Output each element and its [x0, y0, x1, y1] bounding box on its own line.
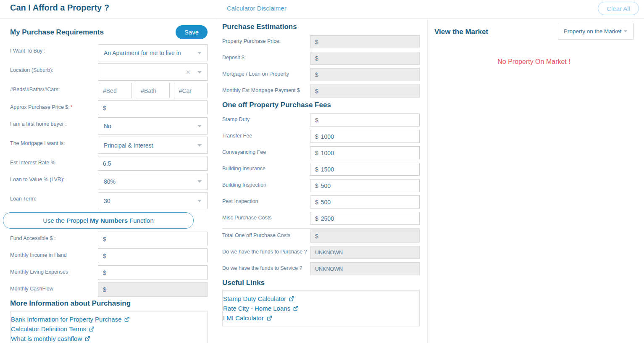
- loan-term-value: 30: [104, 198, 197, 204]
- location-label: Location (Suburb):: [10, 63, 98, 73]
- main-content: My Purchase Requirements Save I Want To …: [0, 18, 644, 343]
- chevron-down-icon: [197, 180, 202, 183]
- monthly-cashflow-input: [109, 286, 202, 293]
- fund-accessible-input[interactable]: [109, 236, 202, 243]
- market-filter-select[interactable]: Property on the Market: [558, 23, 633, 40]
- total-costs-row: Total One off Purchase Costs $: [222, 230, 420, 243]
- external-link-icon: [84, 336, 90, 342]
- pest-inspection-label: Pest Inspection: [222, 195, 310, 204]
- building-inspection-input[interactable]: [321, 182, 415, 189]
- cars-input[interactable]: [179, 87, 202, 94]
- dollar-prefix: $: [103, 286, 106, 293]
- stamp-duty-field-box: $: [310, 113, 420, 127]
- approx-price-input[interactable]: [109, 105, 202, 111]
- location-select[interactable]: ✕: [98, 63, 208, 81]
- link-label: Rate City - Home Loans: [223, 305, 290, 312]
- conveyancing-fee-input[interactable]: [321, 150, 415, 156]
- interest-rate-row: Est Interest Rate %: [10, 156, 208, 171]
- first-home-buyer-value: No: [104, 123, 197, 129]
- conveyancing-fee-field-box: $: [310, 146, 420, 159]
- building-insurance-field-box: $: [310, 163, 420, 176]
- pest-inspection-field-box: $: [310, 195, 420, 208]
- monthly-expenses-field-box: $: [98, 265, 208, 280]
- dollar-prefix: $: [315, 182, 318, 189]
- pest-inspection-input[interactable]: [321, 199, 415, 206]
- my-numbers-button-prefix: Use the Proppel: [43, 217, 90, 224]
- x-icon[interactable]: ✕: [185, 69, 191, 75]
- stamp-duty-label: Stamp Duty: [222, 113, 310, 122]
- more-info-links-box: Bank Information for Property Purchase C…: [10, 311, 208, 343]
- transfer-fee-input[interactable]: [321, 133, 415, 140]
- save-button[interactable]: Save: [176, 25, 208, 39]
- misc-costs-input[interactable]: [321, 215, 415, 222]
- loan-term-row: Loan Term: 30: [10, 192, 208, 209]
- pest-inspection-row: Pest Inspection $: [222, 195, 420, 208]
- first-home-buyer-row: I am a first home buyer : No: [10, 117, 208, 135]
- dollar-prefix: $: [315, 233, 318, 240]
- chevron-down-icon: [197, 52, 202, 54]
- no-property-message: No Property On Market !: [434, 58, 633, 66]
- want-to-buy-label: I Want To Buy :: [10, 44, 98, 54]
- property-purchase-price-input: [321, 39, 415, 45]
- calculator-disclaimer-link[interactable]: Calculator Disclaimer: [227, 5, 287, 12]
- dollar-prefix: $: [315, 71, 318, 78]
- baths-input[interactable]: [141, 87, 164, 94]
- loan-term-select[interactable]: 30: [98, 192, 208, 209]
- location-row: Location (Suburb): ✕: [10, 63, 208, 81]
- calculator-definition-terms-link[interactable]: Calculator Definition Terms: [11, 324, 207, 334]
- beds-input[interactable]: [103, 87, 126, 94]
- building-insurance-input[interactable]: [321, 166, 415, 173]
- interest-rate-input[interactable]: [103, 160, 202, 167]
- monthly-mortgage-payment-label: Monthly Est Mortgage Payment $: [222, 84, 310, 93]
- funds-to-service-label: Do we have the funds to Service ?: [222, 262, 310, 271]
- monthly-mortgage-payment-field-box: $: [310, 84, 420, 98]
- link-label: Stamp Duty Calculator: [223, 295, 286, 302]
- funds-to-purchase-field-box: [310, 246, 420, 259]
- approx-price-label: Approx Purchase Price $:: [10, 104, 70, 110]
- monthly-expenses-input[interactable]: [109, 269, 202, 276]
- my-numbers-button[interactable]: Use the Proppel My Numbers Function: [3, 212, 194, 229]
- mortgage-type-select[interactable]: Principal & Interest: [98, 137, 208, 154]
- misc-costs-row: Misc Purchase Costs $: [222, 212, 420, 225]
- dollar-prefix: $: [315, 215, 318, 222]
- approx-price-field-box: $: [98, 100, 208, 115]
- monthly-mortgage-payment-input: [321, 88, 415, 95]
- external-link-icon: [289, 296, 294, 302]
- monthly-mortgage-payment-row: Monthly Est Mortgage Payment $ $: [222, 84, 420, 98]
- monthly-expenses-row: Monthly Living Expenses $: [10, 265, 208, 280]
- view-market-heading: View the Market: [434, 23, 488, 36]
- external-link-icon: [124, 317, 130, 322]
- lvr-select[interactable]: 80%: [98, 173, 208, 190]
- purchase-requirements-panel: My Purchase Requirements Save I Want To …: [0, 18, 217, 343]
- fund-accessible-field-box: $: [98, 232, 208, 246]
- beds-baths-cars-label: #Beds\#Baths\#Cars:: [10, 83, 98, 92]
- total-costs-field-box: $: [310, 230, 420, 243]
- want-to-buy-select[interactable]: An Apartment for me to live in: [98, 44, 208, 61]
- external-link-icon: [266, 315, 272, 321]
- clear-all-button[interactable]: Clear All: [598, 2, 639, 15]
- lmi-calculator-link[interactable]: LMI Calculator: [223, 313, 419, 323]
- monthly-income-input[interactable]: [109, 253, 202, 259]
- first-home-buyer-select[interactable]: No: [98, 117, 208, 135]
- monthly-cashflow-info-link[interactable]: What is monthly cashflow: [11, 334, 207, 343]
- conveyancing-fee-label: Conveyancing Fee: [222, 146, 310, 155]
- monthly-expenses-label: Monthly Living Expenses: [10, 265, 98, 275]
- beds-field-box: [98, 83, 131, 98]
- deposit-label: Deposit $:: [222, 52, 310, 61]
- dollar-prefix: $: [315, 166, 318, 173]
- monthly-cashflow-label: Monthly CashFlow: [10, 282, 98, 292]
- stamp-duty-calculator-link[interactable]: Stamp Duty Calculator: [223, 294, 419, 303]
- property-purchase-price-label: Property Purchase Price:: [222, 35, 310, 44]
- funds-to-purchase-row: Do we have the funds to Purchase ?: [222, 246, 420, 259]
- mortgage-loan-label: Mortgage / Loan on Property: [222, 68, 310, 77]
- bank-information-link[interactable]: Bank Information for Property Purchase: [11, 314, 207, 324]
- page-title: Can I Afford a Property ?: [10, 3, 109, 13]
- rate-city-home-loans-link[interactable]: Rate City - Home Loans: [223, 303, 419, 313]
- more-info-heading: More Information about Purchasing: [10, 299, 208, 308]
- my-numbers-button-bold: My Numbers: [90, 217, 128, 224]
- dollar-prefix: $: [315, 55, 318, 62]
- requirements-heading: My Purchase Requirements: [10, 28, 104, 37]
- baths-field-box: [136, 83, 169, 98]
- stamp-duty-input[interactable]: [321, 117, 415, 124]
- building-inspection-row: Building Inspection $: [222, 179, 420, 192]
